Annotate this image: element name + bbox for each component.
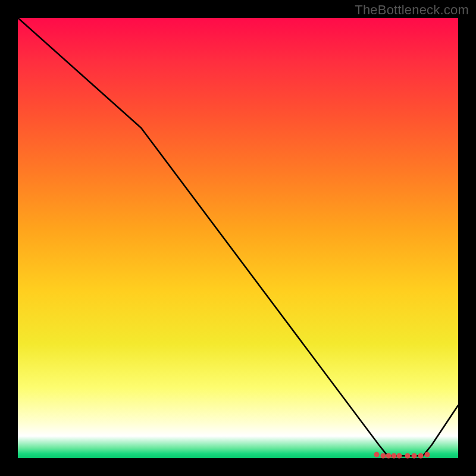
- data-marker: [391, 453, 396, 459]
- data-marker: [381, 453, 386, 458]
- data-marker: [396, 453, 402, 459]
- data-marker: [405, 453, 410, 459]
- data-marker: [386, 453, 392, 459]
- marker-layer: [18, 18, 458, 458]
- attribution-text: TheBottleneck.com: [355, 2, 469, 18]
- data-marker: [425, 452, 430, 458]
- data-marker: [374, 452, 380, 458]
- data-marker: [412, 453, 417, 459]
- chart-frame: TheBottleneck.com: [0, 0, 476, 476]
- data-marker: [418, 453, 424, 458]
- plot-area: [18, 18, 458, 458]
